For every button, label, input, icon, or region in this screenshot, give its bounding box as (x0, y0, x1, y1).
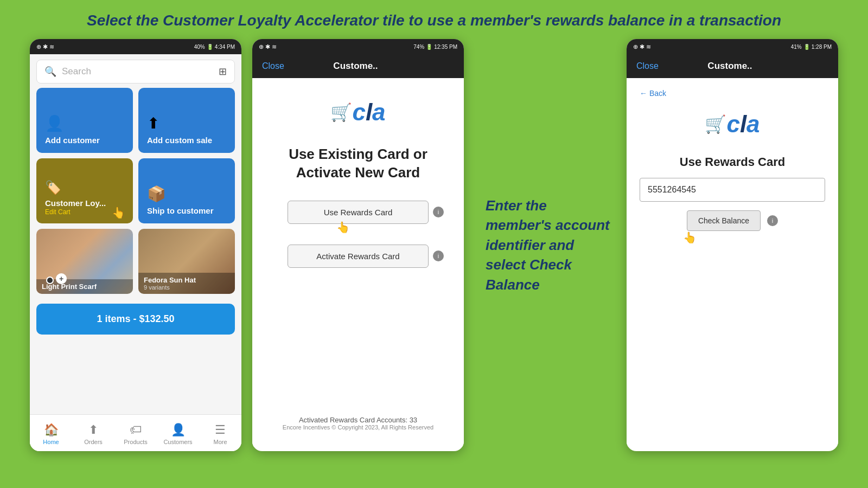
screen2-body: 🛒 cla Use Existing Card or Activate New … (252, 78, 464, 447)
rewards-card-input[interactable] (640, 178, 825, 202)
add-customer-tile[interactable]: 👤 Add customer (36, 88, 133, 153)
nav-orders[interactable]: ⬆ Orders (72, 423, 114, 445)
customer-loyalty-label: Customer Loy... (45, 198, 106, 208)
nav-home[interactable]: 🏠 Home (30, 423, 72, 445)
use-rewards-title: Use Rewards Card (680, 155, 785, 169)
back-link[interactable]: ← Back (640, 89, 666, 98)
status-left-1: ⊕ ✱ ≋ (36, 43, 54, 50)
status-left-2: ⊕ ✱ ≋ (259, 43, 277, 50)
screen3-close-button[interactable]: Close (636, 61, 659, 71)
screen2-close-button[interactable]: Close (262, 61, 284, 71)
screen1: ⊕ ✱ ≋ 40% 🔋 4:34 PM 🔍 Search ⊞ 👤 Add cus… (30, 39, 241, 451)
cla-logo-3: 🛒 cla (705, 111, 760, 138)
fedora-overlay: Fedora Sun Hat 9 variants (138, 273, 235, 294)
more-label: More (213, 439, 227, 445)
screen2: ⊕ ✱ ≋ 74% 🔋 12:35 PM Close Custome.. 🛒 c… (252, 39, 464, 451)
add-custom-sale-label: Add custom sale (147, 136, 212, 145)
check-balance-info-icon[interactable]: i (767, 215, 778, 226)
cart-button[interactable]: 1 items - $132.50 (36, 304, 235, 335)
scarf-name: Light Print Scarf (42, 282, 127, 291)
screen2-main-title: Use Existing Card or Activate New Card (265, 145, 451, 182)
screen3: ⊕ ✱ ≋ 41% 🔋 1:28 PM Close Custome.. ← Ba… (627, 39, 838, 451)
bottom-nav: 🏠 Home ⬆ Orders 🏷 Products 👤 Customers ☰ (30, 414, 241, 451)
edit-cart-label: Edit Cart (45, 208, 71, 216)
ship-icon: 📦 (147, 185, 166, 203)
search-placeholder: Search (62, 66, 91, 77)
time-2: 12:35 PM (434, 44, 457, 50)
more-icon: ☰ (215, 423, 226, 437)
dot-badge (46, 277, 54, 284)
products-icon: 🏷 (130, 423, 142, 437)
screen3-body: ← Back 🛒 cla Use Rewards Card Check Bala… (627, 78, 838, 447)
fedora-sun-hat-tile[interactable]: Fedora Sun Hat 9 variants (138, 229, 235, 294)
screen3-header-title: Custome.. (707, 61, 752, 72)
add-customer-icon: 👤 (45, 114, 64, 132)
cla-text: cla (352, 99, 385, 126)
cla-logo: 🛒 cla (330, 99, 385, 126)
status-bar-1: ⊕ ✱ ≋ 40% 🔋 4:34 PM (30, 39, 241, 54)
battery-1: 40% (194, 44, 205, 50)
middle-instruction-text: Enter the member's account identifier an… (486, 196, 616, 294)
cursor-pointer-3: 👆 (683, 231, 697, 244)
ship-to-customer-tile[interactable]: 📦 Ship to customer (138, 158, 235, 223)
light-print-scarf-tile[interactable]: Light Print Scarf + (36, 229, 133, 294)
customer-loyalty-tile[interactable]: 🏷️ Customer Loy... Edit Cart 👆 (36, 158, 133, 223)
use-rewards-info-icon[interactable]: i (433, 207, 444, 217)
orders-label: Orders (84, 439, 103, 445)
fedora-variants: 9 variants (144, 284, 229, 291)
use-rewards-card-button[interactable]: Use Rewards Card (288, 201, 429, 224)
activate-rewards-info-icon[interactable]: i (433, 251, 444, 261)
home-label: Home (43, 439, 59, 445)
time-1: 4:34 PM (215, 44, 235, 50)
products-label: Products (124, 439, 147, 445)
activated-count: Activated Rewards Card Accounts: 33 (283, 416, 433, 424)
battery-2: 74% (413, 44, 424, 50)
customers-label: Customers (163, 439, 192, 445)
cursor-pointer-2: 👆 (336, 221, 350, 234)
home-icon: 🏠 (44, 423, 59, 437)
nav-customers[interactable]: 👤 Customers (157, 423, 199, 445)
screen2-title: Custome.. (333, 61, 378, 72)
product-tiles-grid: Light Print Scarf + Fedora Sun Hat 9 var… (30, 229, 241, 294)
page-title: Select the Customer Loyalty Accelerator … (0, 0, 868, 39)
battery-3: 41% (791, 44, 802, 50)
fedora-name: Fedora Sun Hat (144, 276, 229, 284)
orders-icon: ⬆ (88, 423, 98, 437)
status-bar-2: ⊕ ✱ ≋ 74% 🔋 12:35 PM (252, 39, 464, 54)
nav-more[interactable]: ☰ More (199, 423, 241, 445)
activate-rewards-card-button[interactable]: Activate Rewards Card (288, 245, 429, 268)
copyright: Encore Incentives © Copyright 2023, All … (283, 424, 433, 431)
add-custom-sale-tile[interactable]: ⬆ Add custom sale (138, 88, 235, 153)
check-balance-row: Check Balance i 👆 (640, 210, 825, 231)
add-customer-label: Add customer (45, 136, 100, 145)
search-icon: 🔍 (44, 66, 56, 78)
plus-badge[interactable]: + (56, 273, 67, 284)
action-tiles-grid: 👤 Add customer ⬆ Add custom sale 🏷️ Cust… (30, 88, 241, 223)
barcode-icon[interactable]: ⊞ (219, 66, 227, 78)
customers-icon: 👤 (171, 423, 186, 437)
cart-icon: 🛒 (330, 102, 352, 123)
cla-text-3: cla (726, 111, 760, 138)
screen2-header: Close Custome.. (252, 54, 464, 78)
loyalty-icon: 🏷️ (45, 180, 61, 195)
nav-products[interactable]: 🏷 Products (114, 423, 157, 445)
search-bar[interactable]: 🔍 Search ⊞ (36, 60, 235, 84)
check-balance-button[interactable]: Check Balance (687, 210, 761, 231)
ship-to-customer-label: Ship to customer (147, 206, 214, 216)
cart-icon-3: 🛒 (705, 114, 726, 134)
status-bar-3: ⊕ ✱ ≋ 41% 🔋 1:28 PM (627, 39, 838, 54)
status-left-3: ⊕ ✱ ≋ (633, 43, 651, 50)
cursor-pointer-1: 👆 (112, 206, 125, 219)
add-custom-sale-icon: ⬆ (147, 114, 159, 132)
screen3-header: Close Custome.. (627, 54, 838, 78)
time-3: 1:28 PM (812, 44, 832, 50)
middle-instruction: Enter the member's account identifier an… (475, 185, 627, 305)
